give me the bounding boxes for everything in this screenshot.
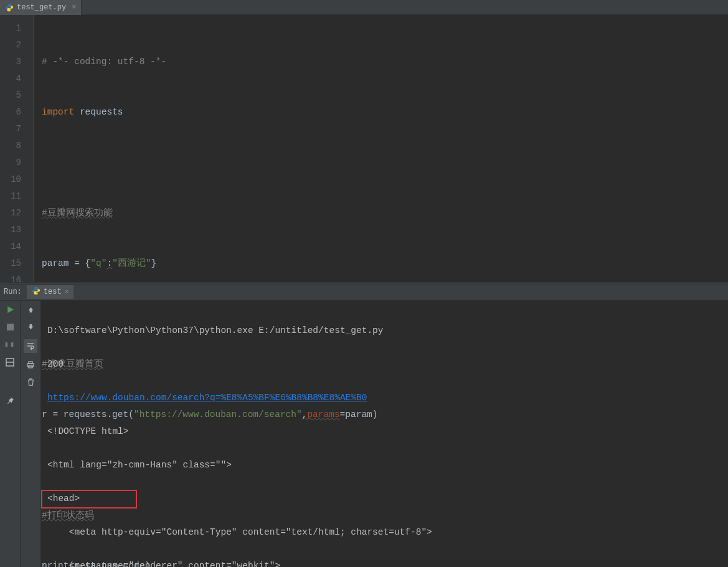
python-run-icon bbox=[32, 286, 40, 298]
delete-icon[interactable] bbox=[25, 377, 36, 388]
code-text: : bbox=[106, 258, 112, 268]
line-number-gutter: 1 2 3 4 5 6 7 8 9 10 11 12 13 14 15 16 1… bbox=[0, 15, 34, 282]
tab-close-icon[interactable]: × bbox=[72, 3, 76, 12]
run-icon[interactable] bbox=[4, 304, 16, 316]
tab-filename: test_get.py bbox=[17, 3, 66, 12]
line-number: 9 bbox=[0, 154, 21, 171]
line-number: 14 bbox=[0, 238, 21, 255]
code-editor[interactable]: # -*- coding: utf-8 -*- import requests … bbox=[34, 15, 728, 282]
pin-icon[interactable] bbox=[4, 395, 16, 406]
code-comment: # -*- coding: utf-8 -*- bbox=[42, 57, 166, 67]
console-line: <meta name="renderer" content="webkit"> bbox=[47, 558, 722, 568]
editor-tab-bar: test_get.py × bbox=[0, 0, 728, 15]
run-toolbar-right bbox=[21, 301, 41, 568]
line-number: 5 bbox=[0, 87, 21, 104]
print-icon[interactable] bbox=[25, 359, 36, 370]
code-module: requests bbox=[80, 107, 123, 117]
code-string: "西游记" bbox=[112, 258, 151, 268]
pause-icon[interactable]: ▮▮ bbox=[4, 339, 16, 350]
code-comment: #豆瓣网搜索功能 bbox=[42, 208, 113, 218]
line-number: 2 bbox=[0, 37, 21, 54]
line-number: 8 bbox=[0, 138, 21, 154]
editor-tab[interactable]: test_get.py × bbox=[0, 0, 82, 15]
code-keyword: import bbox=[42, 107, 80, 117]
stop-icon[interactable] bbox=[4, 322, 16, 333]
console-line: <meta http-equiv="Content-Type" content=… bbox=[47, 524, 722, 541]
line-number: 13 bbox=[0, 222, 21, 238]
line-number: 4 bbox=[0, 70, 21, 87]
console-line: 200 bbox=[47, 356, 722, 373]
line-number: 15 bbox=[0, 255, 21, 272]
console-line: <!DOCTYPE html> bbox=[47, 423, 722, 440]
run-label: Run: bbox=[4, 288, 22, 296]
run-panel-body: ▮▮ D:\software\Python\Python37\python.ex… bbox=[0, 301, 728, 568]
layout-icon[interactable] bbox=[4, 357, 16, 368]
console-line: <html lang="zh-cmn-Hans" class=""> bbox=[47, 457, 722, 474]
run-toolbar-left: ▮▮ bbox=[0, 301, 21, 568]
line-number: 3 bbox=[0, 54, 21, 70]
code-string: "q" bbox=[90, 258, 106, 268]
code-text: param = { bbox=[42, 258, 90, 268]
svg-rect-0 bbox=[7, 324, 14, 330]
console-link[interactable]: https://www.douban.com/search?q=%E8%A5%B… bbox=[47, 393, 367, 403]
svg-rect-4 bbox=[29, 362, 32, 363]
scroll-down-icon[interactable] bbox=[25, 322, 36, 333]
code-text: } bbox=[151, 258, 157, 268]
python-file-icon bbox=[5, 3, 14, 12]
console-line: D:\software\Python\Python37\python.exe E… bbox=[47, 322, 722, 339]
console-line: <head> bbox=[47, 490, 722, 507]
line-number: 10 bbox=[0, 171, 21, 188]
line-number: 6 bbox=[0, 104, 21, 121]
console-output[interactable]: D:\software\Python\Python37\python.exe E… bbox=[41, 301, 728, 568]
editor-area: 1 2 3 4 5 6 7 8 9 10 11 12 13 14 15 16 1… bbox=[0, 15, 728, 282]
scroll-up-icon[interactable] bbox=[25, 304, 36, 316]
line-number: 1 bbox=[0, 20, 21, 37]
soft-wrap-icon[interactable] bbox=[24, 339, 37, 353]
line-number: 11 bbox=[0, 188, 21, 205]
line-number: 12 bbox=[0, 205, 21, 222]
line-number: 7 bbox=[0, 121, 21, 138]
